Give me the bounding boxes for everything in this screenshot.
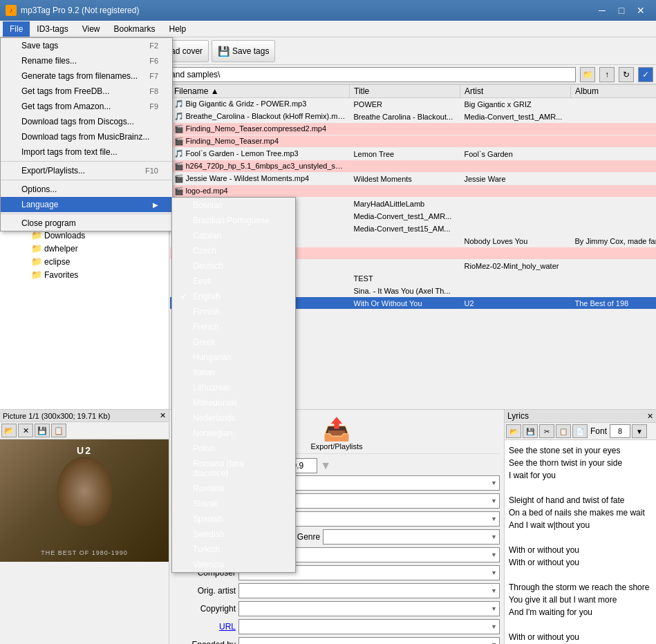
lang-polish[interactable]: Polish [172, 441, 295, 456]
folder-refresh-button[interactable]: ↻ [619, 67, 634, 82]
u2-artist-text: U2 [77, 445, 92, 456]
lang-nederlands[interactable]: Nederlands [172, 410, 295, 426]
col-artist[interactable]: Artist [460, 85, 571, 98]
menu-get-musicbrainz[interactable]: Download tags from MusicBrainz... [1, 129, 172, 144]
menu-save-tags[interactable]: Save tags F2 [1, 38, 172, 53]
lang-english[interactable]: English [172, 289, 295, 304]
lyrics-paste-btn[interactable]: 📄 [572, 424, 588, 438]
folder-ok-button[interactable]: ✓ [638, 67, 653, 82]
lang-romana-fara[interactable]: Romana (fara diacritice) [172, 456, 295, 481]
lang-lithuanian[interactable]: Lithuanian [172, 380, 295, 395]
tree-eclipse[interactable]: 📁 eclipse [0, 255, 169, 268]
folder-browse-button[interactable]: 📁 [580, 67, 595, 82]
tree-favorites[interactable]: 📁 Favorites [0, 268, 169, 281]
maximize-button[interactable]: □ [612, 1, 631, 20]
lang-slovak[interactable]: Slovak [172, 496, 295, 511]
lyrics-save-btn[interactable]: 💾 [523, 424, 538, 438]
separator-1 [1, 161, 172, 162]
menu-view[interactable]: View [75, 21, 107, 37]
title-bar: ♪ mp3Tag Pro 9.2 (Not registered) ─ □ ✕ [0, 0, 656, 21]
genre-wrapper [323, 529, 500, 544]
copyright-select[interactable] [238, 601, 500, 616]
url-row: URL [174, 619, 500, 634]
url-select[interactable] [238, 619, 500, 634]
file-dropdown: Save tags F2 Rename files... F6 Generate… [0, 37, 173, 231]
menu-help[interactable]: Help [162, 21, 194, 37]
table-row[interactable]: 🎬logo-ed.mp4 [170, 185, 657, 198]
menu-options[interactable]: Options... [1, 182, 172, 197]
lang-makedonski[interactable]: Makedonski [172, 395, 295, 410]
lang-hungarian[interactable]: Hungarian [172, 350, 295, 365]
art-delete-btn[interactable]: 💾 [35, 424, 50, 437]
lang-turkish[interactable]: Turkish [172, 542, 295, 557]
menu-get-freedb[interactable]: Get tags from FreeDB... F8 [1, 84, 172, 99]
lyrics-font-decrease-btn[interactable]: ▼ [632, 424, 647, 438]
tree-dwhelper[interactable]: 📁 dwhelper [0, 242, 169, 255]
col-filename[interactable]: Filename ▲ [170, 85, 350, 98]
menu-get-amazon[interactable]: Get tags from Amazon... F9 [1, 99, 172, 114]
menu-bookmarks[interactable]: Bookmarks [107, 21, 162, 37]
menu-import-tags[interactable]: Import tags from text file... [1, 144, 172, 160]
menu-close-program[interactable]: Close program [1, 216, 172, 231]
col-album[interactable]: Album [571, 85, 657, 98]
copyright-row: Copyright [174, 601, 500, 616]
lyrics-font-size-input[interactable] [610, 424, 630, 438]
art-save-btn[interactable]: ✕ [18, 424, 33, 437]
save-tags-button[interactable]: 💾 Save tags [212, 40, 275, 62]
table-row[interactable]: 🎵Breathe_Carolina - Blackout (kHoff Remi… [170, 111, 657, 123]
table-row[interactable]: 🎵Big Gigantic & Gridz - POWER.mp3 POWER … [170, 98, 657, 111]
menu-id3tags[interactable]: ID3-tags [30, 21, 75, 37]
folder-up-button[interactable]: ↑ [599, 67, 615, 82]
menu-get-discogs[interactable]: Download tags from Discogs... [1, 114, 172, 129]
lang-deutsch[interactable]: Deutsch [172, 258, 295, 274]
bottom-section: Picture 1/1 (300x300; 19.71 Kb) ✕ 📂 ✕ 💾 … [0, 409, 656, 644]
table-row[interactable]: 🎵Fool`s Garden - Lemon Tree.mp3 Lemon Tr… [170, 148, 657, 160]
lang-brazilian-portuguese[interactable]: Brazilian Portuguese [172, 213, 295, 228]
lang-greek[interactable]: Greek [172, 334, 295, 350]
table-row[interactable]: 🎬Finding_Nemo_Teaser.compressed2.mp4 [170, 123, 657, 135]
lang-bosnian[interactable]: Bosnian [172, 198, 295, 213]
menu-language[interactable]: Language ▶ Bosnian Brazilian Portuguese … [1, 197, 172, 212]
menu-rename-files[interactable]: Rename files... F6 [1, 53, 172, 68]
lang-spanish[interactable]: Spanish [172, 511, 295, 527]
lyrics-cut-btn[interactable]: ✂ [539, 424, 554, 438]
lang-eesti[interactable]: Eesti [172, 274, 295, 289]
genre-label: Genre [297, 532, 320, 542]
table-row[interactable]: 🎬h264_720p_hp_5.1_6mbps_ac3_unstyled_sub… [170, 160, 657, 173]
col-title[interactable]: Title [350, 85, 460, 98]
menu-export-playlists[interactable]: Export/Playlists... F10 [1, 163, 172, 178]
lang-finnish[interactable]: Finnish [172, 304, 295, 319]
menu-generate-tags[interactable]: Generate tags from filenames... F7 [1, 68, 172, 84]
table-row[interactable]: 🎬Jessie Ware - Wildest Moments.mp4 Wilde… [170, 173, 657, 185]
lang-french[interactable]: French [172, 319, 295, 334]
lyrics-content[interactable]: See the stone set in your eyes See the t… [505, 440, 656, 644]
genre-select[interactable] [323, 529, 500, 544]
menu-file[interactable]: File [3, 21, 30, 37]
art-open-btn[interactable]: 📂 [1, 424, 17, 437]
lang-norwegian[interactable]: Norwegian [172, 426, 295, 441]
lyrics-font-label: Font [590, 426, 607, 436]
export-playlists-button[interactable]: 📤 Export/Playlists [310, 416, 362, 451]
copyright-wrapper [238, 601, 500, 616]
lyrics-header: Lyrics ✕ [505, 410, 656, 423]
save-tags-label: Save tags [232, 46, 269, 56]
orig-artist-select[interactable] [238, 583, 500, 598]
table-row[interactable]: 🎬Finding_Nemo_Teaser.mp4 [170, 135, 657, 148]
lang-italian[interactable]: Italian [172, 365, 295, 380]
lang-swedish[interactable]: Swedish [172, 527, 295, 542]
lang-czech[interactable]: Czech [172, 243, 295, 258]
album-art-close[interactable]: ✕ [160, 411, 166, 420]
export-label: Export/Playlists [310, 442, 362, 451]
encoded-by-select[interactable] [238, 637, 500, 644]
lang-valencia[interactable]: Valencia [172, 557, 295, 572]
lyrics-close-button[interactable]: ✕ [647, 412, 653, 421]
encoded-by-label: Encoded by [174, 640, 236, 644]
lang-romana[interactable]: Romana [172, 481, 295, 496]
lang-catalan[interactable]: Catalan [172, 228, 295, 243]
close-button[interactable]: ✕ [631, 1, 650, 20]
art-copy-btn[interactable]: 📋 [51, 424, 66, 437]
lyrics-open-btn[interactable]: 📂 [506, 424, 521, 438]
lyrics-copy-btn[interactable]: 📋 [556, 424, 571, 438]
url-label[interactable]: URL [174, 622, 236, 632]
minimize-button[interactable]: ─ [592, 1, 612, 20]
